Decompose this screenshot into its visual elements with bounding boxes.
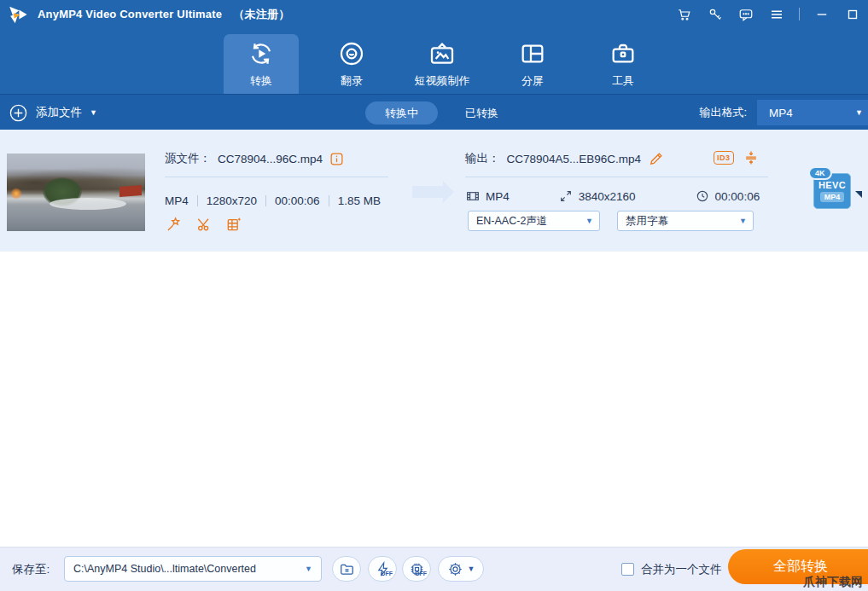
clock-icon [696, 189, 709, 203]
tab-rip-label: 翻录 [341, 73, 363, 89]
titlebar-divider [799, 8, 800, 20]
output-format-caret-icon: ▼ [855, 109, 863, 117]
output-duration: 00:00:06 [715, 190, 760, 203]
settings-caret-icon: ▼ [468, 565, 475, 573]
enhance-icon[interactable] [225, 216, 242, 233]
source-filename: CC78904...96C.mp4 [218, 153, 323, 165]
audio-track-select[interactable]: EN-AAC-2声道 ▼ [468, 211, 600, 231]
source-info-row: MP4 1280x720 00:00:06 1.85 MB [165, 194, 381, 207]
tab-mv-maker[interactable]: 短视频制作 [405, 34, 480, 94]
register-key-icon[interactable] [707, 6, 724, 23]
tab-split-screen-label: 分屏 [521, 73, 544, 89]
merge-checkbox[interactable] [621, 563, 634, 576]
profile-caret-icon[interactable] [855, 191, 862, 198]
menu-icon[interactable] [768, 6, 785, 23]
tab-converted-label: 已转换 [465, 106, 498, 121]
convert-all-label: 全部转换 [773, 558, 828, 576]
add-files-label: 添加文件 [36, 105, 82, 120]
dvd-disc-icon [338, 40, 365, 67]
resolution-icon [559, 189, 573, 203]
output-format-text: MP4 [486, 190, 510, 203]
output-format-label: 输出格式: [699, 95, 747, 130]
tab-split-screen[interactable]: 分屏 [495, 34, 570, 94]
nav-tabs: 转换 翻录 短视频制作 分屏 工具 [224, 34, 661, 94]
tab-converted[interactable]: 已转换 [465, 101, 498, 125]
source-resolution: 1280x720 [207, 194, 257, 207]
split-screen-icon [519, 40, 546, 67]
audio-track-caret-icon: ▼ [585, 217, 593, 225]
bottom-bar: 保存至: C:\AnyMP4 Studio\...ltimate\Convert… [0, 547, 868, 591]
save-path-value: C:\AnyMP4 Studio\...ltimate\Converted [73, 563, 256, 575]
profile-codec-label: HEVC [818, 180, 846, 190]
cut-scissors-icon[interactable] [195, 216, 213, 233]
save-path-caret-icon: ▼ [305, 565, 312, 573]
source-divider [165, 177, 388, 177]
save-path-select[interactable]: C:\AnyMP4 Studio\...ltimate\Converted ▼ [64, 556, 322, 582]
merge-label: 合并为一个文件 [641, 548, 722, 591]
film-icon [466, 189, 480, 203]
tab-convert-label: 转换 [250, 73, 272, 89]
app-logo-icon [6, 3, 29, 26]
output-format-value: MP4 [769, 107, 793, 119]
main-nav: 转换 翻录 短视频制作 分屏 工具 [0, 28, 868, 94]
gpu-acceleration-button[interactable]: OFF [368, 556, 397, 582]
file-row[interactable]: 源文件： CC78904...96C.mp4 MP4 1280x720 00:0… [0, 130, 868, 252]
source-label: 源文件： [165, 151, 211, 166]
tab-mv-maker-label: 短视频制作 [415, 73, 470, 89]
output-filename: CC78904A5...EB96C.mp4 [507, 153, 642, 165]
gpu-off-label: OFF [381, 571, 393, 577]
compress-icon[interactable] [743, 149, 760, 166]
add-files-button[interactable]: 添加文件 ▼ [9, 95, 97, 130]
output-label: 输出： [465, 151, 500, 166]
output-title-row: 输出： CC78904A5...EB96C.mp4 [465, 151, 665, 166]
add-files-caret-icon[interactable]: ▼ [90, 109, 97, 117]
tab-rip[interactable]: 翻录 [314, 34, 389, 94]
output-format-select[interactable]: MP4 ▼ [757, 100, 868, 125]
video-thumbnail[interactable] [7, 154, 145, 231]
cart-icon[interactable] [676, 6, 693, 23]
file-list-empty-area [0, 252, 868, 547]
settings-button[interactable]: ▼ [438, 556, 484, 582]
audio-track-value: EN-AAC-2声道 [476, 214, 547, 229]
info-icon[interactable] [329, 152, 344, 166]
tab-toolbox[interactable]: 工具 [585, 34, 661, 94]
file-toolbar: 添加文件 ▼ 转换中 已转换 输出格式: MP4 ▼ [0, 94, 868, 130]
output-extra-tools: ID3 [714, 149, 760, 166]
rename-pencil-icon[interactable] [648, 150, 665, 167]
output-divider [465, 177, 768, 177]
app-window: AnyMP4 Video Converter Ultimate （未注册） 转换… [0, 0, 868, 591]
app-title: AnyMP4 Video Converter Ultimate （未注册） [38, 7, 289, 22]
plus-circle-icon [9, 103, 28, 123]
profile-format-label: MP4 [820, 192, 845, 202]
gear-icon [447, 561, 463, 577]
open-folder-button[interactable] [332, 556, 361, 582]
cpu-acceleration-button[interactable]: OFF [402, 556, 431, 582]
feedback-icon[interactable] [737, 6, 754, 23]
subtitle-select[interactable]: 禁用字幕 ▼ [617, 211, 754, 231]
convert-direction-arrow [412, 186, 443, 198]
titlebar-actions [676, 0, 861, 28]
tab-converting[interactable]: 转换中 [365, 101, 438, 125]
source-size: 1.85 MB [338, 194, 381, 207]
site-watermark: 爪神下载网 [803, 575, 863, 590]
thumbnail-snow [50, 198, 126, 210]
id3-tag-icon[interactable]: ID3 [714, 151, 734, 165]
title-bar: AnyMP4 Video Converter Ultimate （未注册） [0, 0, 868, 28]
output-info-row: MP4 3840x2160 00:00:06 [466, 189, 760, 203]
subtitle-caret-icon: ▼ [739, 217, 747, 225]
subtitle-value: 禁用字幕 [626, 214, 668, 229]
source-tools [166, 216, 242, 233]
convert-icon [248, 40, 275, 67]
output-resolution: 3840x2160 [579, 190, 636, 203]
source-format: MP4 [165, 194, 189, 207]
tab-converting-label: 转换中 [385, 106, 418, 121]
toolbox-icon [609, 40, 637, 67]
profile-4k-badge: 4K [808, 166, 832, 180]
tab-toolbox-label: 工具 [612, 73, 634, 89]
edit-wand-icon[interactable] [166, 216, 183, 233]
cpu-off-label: OFF [415, 571, 427, 577]
thumbnail-banner [119, 185, 142, 197]
maximize-button[interactable] [844, 6, 861, 23]
tab-convert[interactable]: 转换 [224, 34, 299, 94]
minimize-button[interactable] [813, 6, 830, 23]
